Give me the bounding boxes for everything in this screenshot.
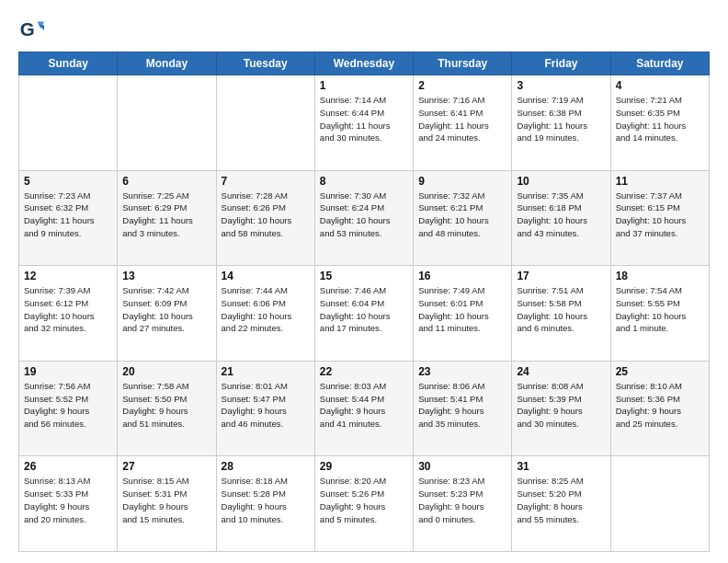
- cell-content: Sunrise: 8:06 AM Sunset: 5:41 PM Dayligh…: [418, 380, 506, 431]
- cell-content: Sunrise: 7:32 AM Sunset: 6:21 PM Dayligh…: [418, 190, 506, 240]
- calendar-cell: 26Sunrise: 8:13 AM Sunset: 5:33 PM Dayli…: [19, 456, 118, 552]
- calendar-cell: 7Sunrise: 7:28 AM Sunset: 6:26 PM Daylig…: [216, 170, 314, 266]
- calendar-cell: 19Sunrise: 7:56 AM Sunset: 5:52 PM Dayli…: [19, 361, 118, 456]
- day-number: 20: [122, 365, 210, 378]
- calendar-cell: 6Sunrise: 7:25 AM Sunset: 6:29 PM Daylig…: [118, 170, 216, 266]
- day-number: 6: [122, 175, 210, 188]
- calendar-cell: 17Sunrise: 7:51 AM Sunset: 5:58 PM Dayli…: [512, 266, 610, 362]
- calendar-cell: 15Sunrise: 7:46 AM Sunset: 6:04 PM Dayli…: [314, 266, 413, 362]
- day-header-thursday: Thursday: [414, 52, 512, 75]
- calendar-cell: 23Sunrise: 8:06 AM Sunset: 5:41 PM Dayli…: [414, 361, 512, 456]
- calendar-week-row: 12Sunrise: 7:39 AM Sunset: 6:12 PM Dayli…: [19, 266, 710, 362]
- cell-content: Sunrise: 7:23 AM Sunset: 6:32 PM Dayligh…: [24, 190, 112, 240]
- calendar-cell: 12Sunrise: 7:39 AM Sunset: 6:12 PM Dayli…: [19, 266, 118, 362]
- cell-content: Sunrise: 8:20 AM Sunset: 5:26 PM Dayligh…: [320, 475, 408, 525]
- day-number: 13: [122, 270, 210, 282]
- day-header-monday: Monday: [118, 52, 216, 75]
- day-number: 12: [24, 270, 112, 282]
- day-header-saturday: Saturday: [610, 52, 709, 75]
- calendar-cell: 14Sunrise: 7:44 AM Sunset: 6:06 PM Dayli…: [216, 266, 314, 362]
- day-number: 31: [517, 460, 605, 473]
- cell-content: Sunrise: 8:08 AM Sunset: 5:39 PM Dayligh…: [517, 380, 605, 431]
- calendar-cell: 29Sunrise: 8:20 AM Sunset: 5:26 PM Dayli…: [314, 456, 413, 552]
- day-header-friday: Friday: [512, 52, 610, 75]
- calendar-cell: 13Sunrise: 7:42 AM Sunset: 6:09 PM Dayli…: [118, 266, 216, 362]
- svg-text:G: G: [20, 18, 35, 40]
- cell-content: Sunrise: 8:01 AM Sunset: 5:47 PM Dayligh…: [222, 380, 310, 431]
- day-number: 23: [418, 365, 506, 378]
- cell-content: Sunrise: 7:19 AM Sunset: 6:38 PM Dayligh…: [517, 94, 605, 144]
- day-number: 22: [320, 365, 408, 378]
- cell-content: Sunrise: 7:54 AM Sunset: 5:55 PM Dayligh…: [616, 284, 704, 335]
- calendar-cell: 4Sunrise: 7:21 AM Sunset: 6:35 PM Daylig…: [610, 75, 709, 171]
- cell-content: Sunrise: 8:03 AM Sunset: 5:44 PM Dayligh…: [320, 380, 408, 431]
- calendar-cell: 24Sunrise: 8:08 AM Sunset: 5:39 PM Dayli…: [512, 361, 610, 456]
- day-number: 24: [517, 365, 605, 378]
- calendar-week-row: 5Sunrise: 7:23 AM Sunset: 6:32 PM Daylig…: [19, 170, 710, 266]
- calendar-cell: 20Sunrise: 7:58 AM Sunset: 5:50 PM Dayli…: [118, 361, 216, 456]
- cell-content: Sunrise: 7:25 AM Sunset: 6:29 PM Dayligh…: [122, 190, 210, 240]
- cell-content: Sunrise: 8:10 AM Sunset: 5:36 PM Dayligh…: [616, 380, 704, 431]
- cell-content: Sunrise: 8:13 AM Sunset: 5:33 PM Dayligh…: [24, 475, 112, 525]
- cell-content: Sunrise: 7:58 AM Sunset: 5:50 PM Dayligh…: [122, 380, 210, 431]
- cell-content: Sunrise: 7:14 AM Sunset: 6:44 PM Dayligh…: [320, 94, 408, 144]
- svg-marker-2: [39, 25, 44, 30]
- calendar-cell: 31Sunrise: 8:25 AM Sunset: 5:20 PM Dayli…: [512, 456, 610, 552]
- cell-content: Sunrise: 8:25 AM Sunset: 5:20 PM Dayligh…: [517, 475, 605, 525]
- cell-content: Sunrise: 8:15 AM Sunset: 5:31 PM Dayligh…: [122, 475, 210, 525]
- calendar-cell: 25Sunrise: 8:10 AM Sunset: 5:36 PM Dayli…: [610, 361, 709, 456]
- cell-content: Sunrise: 7:39 AM Sunset: 6:12 PM Dayligh…: [24, 284, 112, 335]
- day-number: 11: [616, 175, 704, 188]
- cell-content: Sunrise: 7:56 AM Sunset: 5:52 PM Dayligh…: [24, 380, 112, 431]
- cell-content: Sunrise: 7:44 AM Sunset: 6:06 PM Dayligh…: [222, 284, 310, 335]
- calendar-cell: 22Sunrise: 8:03 AM Sunset: 5:44 PM Dayli…: [314, 361, 413, 456]
- logo-icon: G: [18, 17, 44, 42]
- calendar-cell: 3Sunrise: 7:19 AM Sunset: 6:38 PM Daylig…: [512, 75, 610, 171]
- calendar-cell: 18Sunrise: 7:54 AM Sunset: 5:55 PM Dayli…: [610, 266, 709, 362]
- calendar-cell: 21Sunrise: 8:01 AM Sunset: 5:47 PM Dayli…: [216, 361, 314, 456]
- day-number: 2: [418, 79, 506, 92]
- cell-content: Sunrise: 7:21 AM Sunset: 6:35 PM Dayligh…: [616, 94, 704, 144]
- day-number: 21: [222, 365, 310, 378]
- calendar-cell: 1Sunrise: 7:14 AM Sunset: 6:44 PM Daylig…: [314, 75, 413, 171]
- cell-content: Sunrise: 8:23 AM Sunset: 5:23 PM Dayligh…: [418, 475, 506, 525]
- cell-content: Sunrise: 7:30 AM Sunset: 6:24 PM Dayligh…: [320, 190, 408, 240]
- calendar-header-row: SundayMondayTuesdayWednesdayThursdayFrid…: [19, 52, 710, 75]
- day-number: 8: [320, 175, 408, 188]
- cell-content: Sunrise: 7:28 AM Sunset: 6:26 PM Dayligh…: [222, 190, 310, 240]
- day-number: 5: [24, 175, 112, 188]
- cell-content: Sunrise: 7:37 AM Sunset: 6:15 PM Dayligh…: [616, 190, 704, 240]
- calendar-cell: [19, 75, 118, 171]
- calendar-cell: [610, 456, 709, 552]
- day-number: 29: [320, 460, 408, 473]
- cell-content: Sunrise: 7:42 AM Sunset: 6:09 PM Dayligh…: [122, 284, 210, 335]
- day-number: 30: [418, 460, 506, 473]
- cell-content: Sunrise: 7:35 AM Sunset: 6:18 PM Dayligh…: [517, 190, 605, 240]
- cell-content: Sunrise: 7:51 AM Sunset: 5:58 PM Dayligh…: [517, 284, 605, 335]
- calendar-cell: 30Sunrise: 8:23 AM Sunset: 5:23 PM Dayli…: [414, 456, 512, 552]
- day-number: 14: [222, 270, 310, 282]
- day-number: 4: [616, 79, 704, 92]
- calendar-cell: 27Sunrise: 8:15 AM Sunset: 5:31 PM Dayli…: [118, 456, 216, 552]
- calendar-week-row: 19Sunrise: 7:56 AM Sunset: 5:52 PM Dayli…: [19, 361, 710, 456]
- day-number: 15: [320, 270, 408, 282]
- calendar-cell: 16Sunrise: 7:49 AM Sunset: 6:01 PM Dayli…: [414, 266, 512, 362]
- day-number: 7: [222, 175, 310, 188]
- day-header-tuesday: Tuesday: [216, 52, 314, 75]
- calendar-cell: [118, 75, 216, 171]
- day-number: 10: [517, 175, 605, 188]
- day-number: 28: [222, 460, 310, 473]
- logo: G: [18, 17, 48, 42]
- calendar-cell: 28Sunrise: 8:18 AM Sunset: 5:28 PM Dayli…: [216, 456, 314, 552]
- cell-content: Sunrise: 7:49 AM Sunset: 6:01 PM Dayligh…: [418, 284, 506, 335]
- day-number: 1: [320, 79, 408, 92]
- day-header-sunday: Sunday: [19, 52, 118, 75]
- calendar-table: SundayMondayTuesdayWednesdayThursdayFrid…: [18, 52, 710, 552]
- day-number: 26: [24, 460, 112, 473]
- day-number: 16: [418, 270, 506, 282]
- cell-content: Sunrise: 7:16 AM Sunset: 6:41 PM Dayligh…: [418, 94, 506, 144]
- cell-content: Sunrise: 8:18 AM Sunset: 5:28 PM Dayligh…: [222, 475, 310, 525]
- day-number: 3: [517, 79, 605, 92]
- day-number: 27: [122, 460, 210, 473]
- calendar-week-row: 1Sunrise: 7:14 AM Sunset: 6:44 PM Daylig…: [19, 75, 710, 171]
